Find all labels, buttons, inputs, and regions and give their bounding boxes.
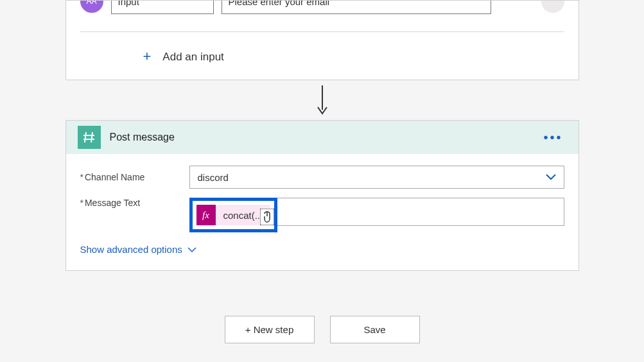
svg-rect-1 (260, 209, 274, 225)
plus-icon: + (143, 48, 152, 65)
card-title: Post message (110, 132, 175, 143)
message-text-field[interactable] (277, 198, 564, 226)
advanced-label: Show advanced options (80, 244, 182, 255)
pointer-cursor-icon (260, 209, 274, 228)
post-message-card: Post message ••• *Channel Name discord *… (65, 120, 579, 271)
channel-select[interactable]: discord (189, 166, 564, 189)
card-menu-button[interactable]: ••• (539, 128, 566, 148)
save-button[interactable]: Save (330, 316, 420, 343)
card-body: *Channel Name discord *Message Text fx c… (66, 154, 579, 270)
card-header[interactable]: Post message ••• (66, 121, 579, 154)
input-options-button[interactable] (541, 1, 564, 13)
bottom-buttons: + New step Save (0, 316, 644, 343)
message-row: *Message Text fx concat(... (80, 198, 564, 232)
input-description-field[interactable]: Please enter your email (222, 1, 491, 14)
message-input[interactable]: fx concat(... (189, 198, 564, 232)
input-name-field[interactable]: Input (111, 1, 214, 14)
chevron-down-icon (187, 244, 196, 255)
new-step-button[interactable]: + New step (225, 316, 315, 343)
show-advanced-toggle[interactable]: Show advanced options (80, 244, 564, 255)
input-row: AA Input Please enter your email (66, 1, 579, 20)
flow-arrow (0, 85, 644, 116)
hash-icon (78, 126, 101, 149)
avatar-badge: AA (80, 1, 103, 13)
channel-label: *Channel Name (80, 172, 189, 182)
add-input-button[interactable]: + Add an input (66, 32, 579, 65)
channel-row: *Channel Name discord (80, 166, 564, 189)
message-label: *Message Text (80, 198, 189, 208)
trigger-card: AA Input Please enter your email + Add a… (65, 0, 579, 80)
chevron-down-icon (546, 171, 556, 183)
expression-token-highlight: fx concat(... (189, 198, 278, 232)
expression-token[interactable]: fx concat(... (196, 205, 271, 225)
channel-value: discord (198, 172, 229, 183)
fx-icon: fx (196, 205, 216, 225)
add-input-label: Add an input (162, 51, 223, 64)
